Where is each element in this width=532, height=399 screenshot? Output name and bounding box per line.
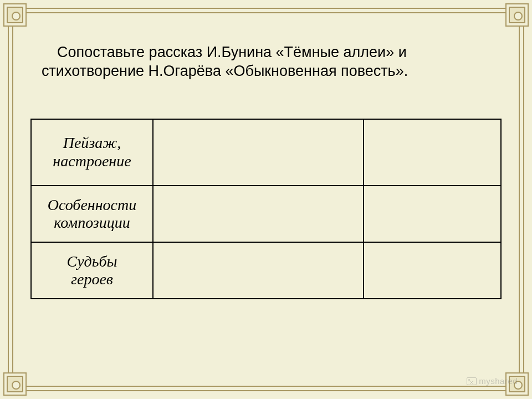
slide-content: Сопоставьте рассказ И.Бунина «Тёмные алл… xyxy=(30,43,502,366)
watermark: myshared xyxy=(467,376,518,386)
prompt-line2: стихотворение Н.Огарёва «Обыкновенная по… xyxy=(42,63,408,79)
table-row: Судьбыгероев xyxy=(31,242,501,299)
corner-ornament xyxy=(3,372,27,396)
table-row: Пейзаж,настроение xyxy=(31,119,501,186)
row-header: Особенностикомпозиции xyxy=(31,186,153,242)
cell xyxy=(153,242,364,299)
row-header: Пейзаж,настроение xyxy=(31,119,153,186)
corner-ornament xyxy=(505,3,529,27)
cell xyxy=(364,119,501,186)
corner-ornament xyxy=(3,3,27,27)
image-icon xyxy=(467,377,477,385)
cell xyxy=(153,119,364,186)
cell xyxy=(153,186,364,242)
comparison-table: Пейзаж,настроение Особенностикомпозиции … xyxy=(30,119,502,300)
cell xyxy=(364,242,501,299)
prompt-line1: Сопоставьте рассказ И.Бунина «Тёмные алл… xyxy=(57,44,407,60)
cell xyxy=(364,186,501,242)
row-header: Судьбыгероев xyxy=(31,242,153,299)
task-prompt: Сопоставьте рассказ И.Бунина «Тёмные алл… xyxy=(42,43,502,81)
table-row: Особенностикомпозиции xyxy=(31,186,501,242)
